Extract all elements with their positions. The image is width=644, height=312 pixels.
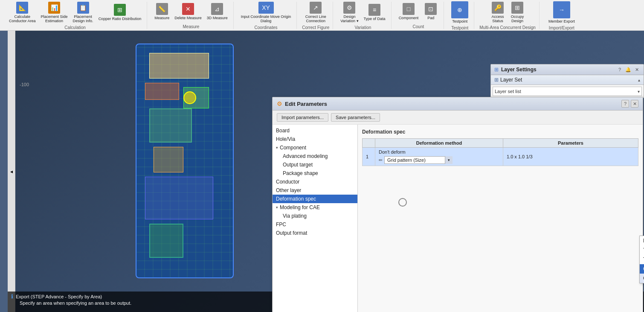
delete-measure-icon: ✕: [182, 3, 194, 15]
tree-item-modeling-cae[interactable]: ▾ Modeling for CAE: [273, 203, 357, 212]
layer-settings-title: Layer Settings: [501, 67, 537, 73]
testpoint-btn[interactable]: ⊕ Testpoint: [449, 0, 470, 25]
delete-measure-btn[interactable]: ✕ Delete Measure: [172, 2, 204, 21]
layer-set-dropdown-label: Layer set list: [495, 89, 521, 94]
calculate-conductor-btn[interactable]: 📐 CalculateConductor Area: [7, 0, 38, 24]
layer-set-dropdown[interactable]: Layer set list ▾: [493, 87, 642, 96]
toolbar-group-measure: 📏 Measure ✕ Delete Measure ⊿ 3D Measure …: [149, 2, 234, 29]
layer-set-bar: ⊞ Layer Set ▴: [491, 75, 644, 85]
col-method: Deformation method: [375, 139, 503, 148]
member-export-btn[interactable]: → Member Export: [545, 0, 579, 25]
modeling-cae-chevron-icon: ▾: [276, 205, 278, 210]
occupy-design-btn[interactable]: ⊞ OccupyDesign: [508, 0, 527, 24]
dropdown-row: ✏ Grid pattern (Size) ▾: [379, 156, 499, 164]
left-panel-arrow[interactable]: ◂: [8, 31, 15, 312]
member-export-icon: →: [553, 1, 570, 18]
layer-set-icon: ⊞: [494, 77, 499, 83]
toolbar-buttons-variation: ⚙ DesignVariation ▾ ≡ Type of Data: [338, 0, 387, 24]
row-num: 1: [363, 148, 375, 166]
dont-deform-text: Don't deform: [379, 149, 499, 155]
dropdown-item-tessellation-sag[interactable]: Tessellation (Sag): [640, 245, 644, 255]
pcb-board: [136, 44, 234, 278]
tree-item-component[interactable]: ▾ Component: [273, 143, 357, 152]
placement-side-btn[interactable]: 📊 Placement SideEstimation: [39, 0, 70, 24]
dropdown-arrow-btn[interactable]: ▾: [445, 156, 453, 164]
tree-panel: Board Hole/Via ▾ Component Advanced mode…: [273, 125, 358, 312]
tree-item-output-target[interactable]: Output target: [273, 160, 357, 169]
layer-settings-icons: ? 🔔 ✕: [616, 66, 640, 73]
tree-item-via-plating[interactable]: Via plating: [273, 212, 357, 220]
toolbar-buttons-testpoint: ⊕ Testpoint: [449, 0, 470, 25]
copper-ratio-btn[interactable]: ⊞ Copper Ratio Distribution: [96, 3, 144, 22]
layer-settings-bell-icon[interactable]: 🔔: [625, 66, 632, 73]
layer-set-label: Layer Set: [500, 77, 636, 83]
pad-count-btn[interactable]: ⊡ Pad: [421, 2, 440, 21]
toolbar-group-coordinates: XY Input Coordinate Move OriginDialog Co…: [235, 2, 297, 29]
dialog-help-btn[interactable]: ?: [621, 100, 629, 108]
design-variation-btn[interactable]: ⚙ DesignVariation ▾: [338, 0, 360, 24]
design-variation-label: DesignVariation ▾: [340, 15, 358, 23]
dropdown-item-dont-deform[interactable]: Don't deform: [640, 236, 644, 245]
correct-figure-group-label: Correct Figure: [302, 25, 329, 30]
testpoint-icon: ⊕: [451, 1, 468, 18]
tree-item-advanced-modeling[interactable]: Advanced modeling: [273, 152, 357, 160]
dropdown-select-container: Grid pattern (Size) ▾: [384, 156, 453, 164]
toolbar-buttons-calculation: 📐 CalculateConductor Area 📊 Placement Si…: [7, 0, 143, 24]
testpoint-group-label: Testpoint: [451, 26, 468, 30]
tree-item-output-format[interactable]: Output format: [273, 229, 357, 237]
left-arrow-icon: ◂: [10, 169, 13, 175]
occupy-design-icon: ⊞: [511, 2, 523, 14]
layer-set-expand-icon[interactable]: ▴: [638, 78, 640, 82]
tree-item-hole-via[interactable]: Hole/Via: [273, 135, 357, 143]
dialog-close-btn[interactable]: ✕: [631, 100, 638, 108]
dropdown-select[interactable]: Grid pattern (Size): [384, 156, 453, 164]
tree-item-component-label: Component: [280, 145, 306, 151]
table-row[interactable]: 1 Don't deform ✏ Grid pattern (Size) ▾: [363, 148, 638, 166]
component-chevron-icon: ▾: [276, 146, 278, 150]
dialog-title: Edit Parameters: [285, 101, 327, 107]
layer-settings-help-icon[interactable]: ?: [616, 66, 623, 73]
toolbar-buttons-count: □ Component ⊡ Pad: [397, 2, 441, 21]
access-status-label: AccessStatus: [492, 15, 504, 23]
tree-item-board[interactable]: Board: [273, 126, 357, 135]
pcb-components: [136, 44, 233, 277]
dropdown-item-grid-size[interactable]: Grid pattern (Size): [640, 264, 644, 274]
placement-design-btn[interactable]: 📋 PlacementDesign Info.: [71, 0, 96, 24]
toolbar-buttons-multi-area: 🔑 AccessStatus ⊞ OccupyDesign: [488, 0, 527, 24]
save-params-btn[interactable]: Save parameters...: [331, 113, 380, 122]
tree-item-fpc[interactable]: FPC: [273, 220, 357, 229]
component-count-btn[interactable]: □ Component: [397, 2, 421, 21]
measure-btn[interactable]: 📏 Measure: [152, 2, 171, 21]
layer-settings-panel: ⊞ Layer Settings ? 🔔 ✕ ⊞ Layer Set ▴ Lay…: [490, 64, 644, 98]
canvas-area[interactable]: ◂ -100 ⊞ Layer Settings ? 🔔 ✕: [8, 31, 644, 312]
pad-icon: ⊡: [425, 3, 437, 15]
edit-pen-icon[interactable]: ✏: [379, 157, 383, 163]
col-num: [363, 139, 375, 148]
dialog-controls: ? ✕: [621, 100, 638, 108]
component-icon: □: [403, 3, 415, 15]
tree-item-conductor[interactable]: Conductor: [273, 178, 357, 186]
dropdown-item-grid-resolution[interactable]: Grid pattern (Resolution): [640, 274, 644, 283]
dropdown-item-tessellation-polygon[interactable]: Tessellation (Polygon): [640, 255, 644, 264]
access-status-btn[interactable]: 🔑 AccessStatus: [488, 0, 507, 24]
calculation-group-label: Calculation: [64, 25, 85, 30]
3d-measure-btn[interactable]: ⊿ 3D Measure: [205, 2, 230, 21]
correct-line-btn[interactable]: ↗ Correct LineConnection: [303, 0, 328, 24]
import-params-btn[interactable]: Import parameters...: [277, 113, 328, 122]
type-of-data-btn[interactable]: ≡ Type of Data: [362, 3, 388, 22]
data-table: Deformation method Parameters 1 Don't de…: [362, 138, 638, 166]
input-coordinate-btn[interactable]: XY Input Coordinate Move OriginDialog: [239, 0, 293, 24]
layer-settings-title-row: ⊞ Layer Settings: [494, 67, 537, 73]
component-count-label: Component: [399, 16, 419, 20]
tree-item-package-shape[interactable]: Package shape: [273, 169, 357, 178]
variation-group-label: Variation: [355, 25, 371, 30]
row-method-cell: Don't deform ✏ Grid pattern (Size) ▾: [375, 148, 503, 166]
layer-settings-close-icon[interactable]: ✕: [633, 66, 640, 73]
placement-side-label: Placement SideEstimation: [41, 15, 68, 23]
tree-item-deformation-spec[interactable]: Deformation spec: [273, 195, 357, 203]
edit-params-dialog: ⚙ Edit Parameters ? ✕ Import parameters.…: [272, 97, 643, 312]
tree-item-other-layer[interactable]: Other layer: [273, 186, 357, 195]
calculate-conductor-icon: 📐: [16, 2, 28, 14]
coordinates-group-label: Coordinates: [255, 25, 278, 30]
layer-set-dropdown-arrow[interactable]: ▾: [638, 89, 640, 94]
